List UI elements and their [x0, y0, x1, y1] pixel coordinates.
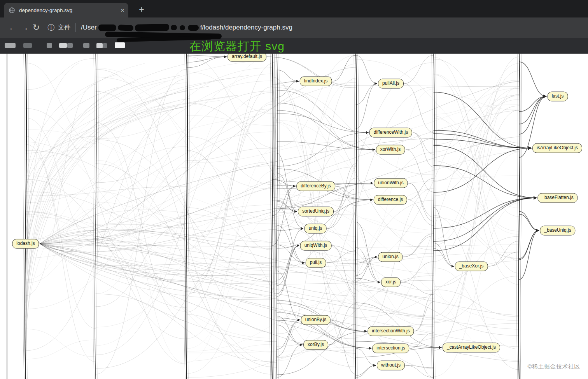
url-divider	[75, 23, 76, 32]
graph-node-sortedUniq.js: sortedUniq.js	[298, 207, 334, 217]
navigation-toolbar: ← → ↻ ⓘ 文件 /User f/lodash/dependency-gra…	[0, 17, 588, 38]
graph-node-unionWith.js: unionWith.js	[374, 178, 408, 188]
graph-node-without.js: without.js	[377, 361, 405, 370]
url-prefix: /User	[81, 24, 97, 31]
page-info-icon[interactable]: ⓘ	[47, 23, 54, 32]
redaction-blob	[117, 24, 133, 31]
graph-node-isArrayLikeObject.js: isArrayLikeObject.js	[532, 143, 582, 153]
url-text: /User f/lodash/dependency-graph.svg	[81, 24, 292, 31]
graph-node-_castArrayLikeObject.js: _castArrayLikeObject.js	[443, 343, 500, 353]
bookmarks-bar	[0, 38, 588, 54]
back-button-icon[interactable]: ←	[7, 23, 19, 33]
tab-title: dependency-graph.svg	[19, 7, 117, 13]
new-tab-button[interactable]: +	[135, 3, 148, 16]
graph-node-uniq.js: uniq.js	[304, 224, 327, 234]
graph-node-union.js: union.js	[378, 252, 402, 262]
file-scheme-label: 文件	[58, 24, 70, 32]
tab-strip: dependency-graph.svg × +	[0, 0, 588, 17]
redaction-blob	[180, 25, 185, 30]
annotation-text: 在浏览器打开 svg	[189, 38, 285, 54]
svg-viewport: array.default.jsfindIndex.jspullAll.jsla…	[0, 54, 588, 379]
graph-node-_baseUniq.js: _baseUniq.js	[540, 226, 575, 236]
graph-node-findIndex.js: findIndex.js	[300, 77, 332, 86]
redacted-bookmark[interactable]	[83, 43, 89, 48]
graph-node-_baseXor.js: _baseXor.js	[455, 262, 488, 271]
redacted-bookmark[interactable]	[115, 42, 125, 48]
graph-node-xor.js: xor.js	[381, 278, 401, 287]
graph-node-differenceWith.js: differenceWith.js	[369, 128, 412, 138]
redaction-blob	[171, 25, 177, 30]
redacted-bookmark[interactable]	[23, 43, 32, 48]
graph-node-lodash.js: lodash.js	[12, 239, 39, 249]
graph-node-_baseFlatten.js: _baseFlatten.js	[537, 193, 578, 203]
graph-node-array.default.js: array.default.js	[228, 54, 266, 61]
graph-node-xorBy.js: xorBy.js	[303, 340, 328, 350]
graph-node-last.js: last.js	[548, 92, 568, 101]
graph-node-unionBy.js: unionBy.js	[301, 315, 331, 325]
redacted-bookmark[interactable]	[96, 43, 103, 48]
redacted-bookmark[interactable]	[59, 43, 67, 48]
graph-node-difference.js: difference.js	[374, 195, 407, 205]
graph-node-intersectionWith.js: intersectionWith.js	[368, 327, 414, 336]
redacted-bookmark[interactable]	[67, 43, 73, 48]
globe-favicon-icon	[9, 7, 15, 14]
redacted-bookmark[interactable]	[103, 43, 107, 48]
tab-close-icon[interactable]: ×	[121, 7, 124, 14]
graph-node-pull.js: pull.js	[306, 258, 326, 268]
graph-node-differenceBy.js: differenceBy.js	[296, 182, 335, 191]
graph-node-intersection.js: intersection.js	[372, 344, 409, 353]
redacted-bookmark[interactable]	[5, 43, 16, 48]
redaction-blob	[98, 24, 116, 31]
url-suffix: f/lodash/dependency-graph.svg	[200, 24, 292, 31]
reload-button-icon[interactable]: ↻	[30, 23, 42, 33]
address-bar[interactable]: ⓘ 文件 /User f/lodash/dependency-graph.svg	[47, 23, 581, 32]
graph-node-xorWith.js: xorWith.js	[376, 145, 405, 155]
redaction-blob	[188, 25, 199, 31]
forward-button-icon[interactable]: →	[19, 23, 30, 33]
browser-tab[interactable]: dependency-graph.svg ×	[4, 3, 128, 17]
graph-node-pullAll.js: pullAll.js	[378, 79, 404, 89]
redacted-bookmark[interactable]	[47, 43, 52, 48]
redaction-blob	[135, 24, 169, 31]
watermark: ©稀土掘金技术社区	[527, 363, 580, 370]
graph-node-uniqWith.js: uniqWith.js	[300, 241, 332, 251]
dependency-graph-nodes: array.default.jsfindIndex.jspullAll.jsla…	[0, 54, 588, 379]
